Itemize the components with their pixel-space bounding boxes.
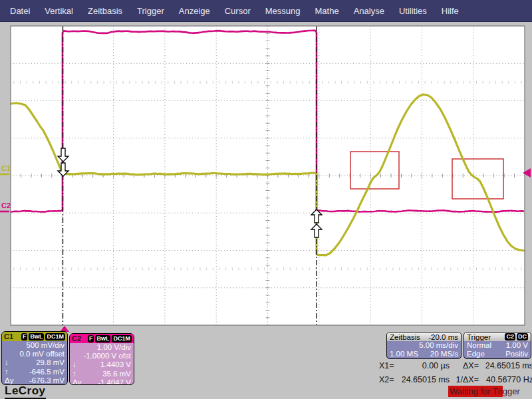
menu-item-anzeige[interactable]: Anzeige xyxy=(172,6,217,16)
menu-item-messung[interactable]: Messung xyxy=(258,6,308,16)
badge-bwl: BwL xyxy=(95,335,110,342)
invdx-label: 1/ΔX= xyxy=(450,375,483,384)
timebase-box[interactable]: Zeitbasis -20.0 ms 5.00 ms/div 1.00 MS 2… xyxy=(386,332,462,359)
c2-row-1-symbol xyxy=(72,352,83,360)
lecroy-logo: LeCroy xyxy=(5,384,46,399)
c1-info-box[interactable]: C1 FBwLDC1M 500 mV/div0.0 mV offset↓29.8… xyxy=(1,331,68,385)
timebase-sample-row: 1.00 MS 20 MS/s xyxy=(387,350,461,358)
c1-row-1: 0.0 mV offset xyxy=(2,350,67,358)
trigger-status-rest: gger xyxy=(503,386,520,396)
badge-c2: C2 xyxy=(505,333,515,340)
trigger-header: Trigger C2DC xyxy=(464,332,531,341)
menu-item-zeitbasis[interactable]: Zeitbasis xyxy=(80,6,130,16)
trigger-status: Waiting for Trigger xyxy=(448,386,520,396)
c1-row-3: ↑-646.5 mV xyxy=(2,368,67,376)
c2-row-4-symbol: Δy xyxy=(72,378,84,385)
c1-box-rows: 500 mV/div0.0 mV offset↓29.8 mV↑-646.5 m… xyxy=(2,341,67,385)
dx-value: 24.65015 ms xyxy=(483,361,532,370)
c1-row-2: ↓29.8 mV xyxy=(2,358,67,367)
x2-label: X2= xyxy=(379,375,400,384)
x1-value: 0.00 µs xyxy=(400,361,450,370)
timebase-header: Zeitbasis -20.0 ms xyxy=(387,332,461,341)
timebase-scale-row: 5.00 ms/div xyxy=(387,341,461,350)
c1-row-0: 500 mV/div xyxy=(2,341,67,350)
c2-row-0-value: 1.00 V/div xyxy=(84,343,131,352)
trigger-title: Trigger xyxy=(467,333,491,341)
trigger-row-0-label: Normal xyxy=(467,341,491,350)
trigger-box[interactable]: Trigger C2DC Normal1.00 VEdgePositiv xyxy=(464,332,531,359)
timebase-scale: 5.00 ms/div xyxy=(419,341,458,350)
badge-dc1m: DC1M xyxy=(45,333,65,340)
c1-zero-label: C1 xyxy=(1,164,11,172)
c1-row-2-value: 29.8 mV xyxy=(17,358,65,367)
trigger-row-1: EdgePositiv xyxy=(464,350,531,358)
c2-row-0: 1.00 V/div xyxy=(70,343,134,352)
menu-item-datei[interactable]: Datei xyxy=(3,6,37,16)
c2-row-3-symbol: ↑ xyxy=(72,370,84,378)
badge-bwl: BwL xyxy=(29,333,44,340)
c2-row-4: Δy-1.4047 V xyxy=(70,378,134,385)
c2-row-2-value: 1.4403 V xyxy=(84,360,131,369)
menu-item-cursor[interactable]: Cursor xyxy=(217,6,258,16)
trigger-rows: Normal1.00 VEdgePositiv xyxy=(464,341,531,358)
dx-label: ΔX= xyxy=(450,361,483,370)
x1-label: X1= xyxy=(379,361,400,370)
timebase-samplerate: 20 MS/s xyxy=(430,350,458,358)
badge-f: F xyxy=(21,333,28,340)
c1-box-header: C1 FBwLDC1M xyxy=(2,332,67,341)
c2-row-0-symbol xyxy=(72,343,84,352)
trigger-row-1-label: Edge xyxy=(467,350,485,358)
invdx-value: 40.56770 Hz xyxy=(483,375,532,384)
c2-row-1-value: -1.0000 V ofst xyxy=(83,352,131,360)
trigger-row-1-value: Positiv xyxy=(505,350,528,358)
trigger-row-0-value: 1.00 V xyxy=(506,341,528,350)
badge-dc: DC xyxy=(517,333,528,340)
c1-row-0-symbol xyxy=(5,341,17,350)
c2-zero-label: C2 xyxy=(1,201,11,209)
c2-row-3: ↑35.6 mV xyxy=(70,370,134,378)
menu-item-vertikal[interactable]: Vertikal xyxy=(37,6,80,16)
menu-item-mathe[interactable]: Mathe xyxy=(307,6,346,16)
c2-box-header: C2 FBwLDC1M xyxy=(70,334,134,343)
c2-box-badges: FBwLDC1M xyxy=(88,335,132,342)
menu-item-utilities[interactable]: Utilities xyxy=(392,6,434,16)
c1-row-0-value: 500 mV/div xyxy=(17,341,65,350)
cursor-readout: X1= 0.00 µs ΔX= 24.65015 ms X2= 24.65015… xyxy=(379,361,532,384)
timebase-title: Zeitbasis xyxy=(390,333,420,341)
c1-box-title: C1 xyxy=(4,332,13,340)
trigger-row-0: Normal1.00 V xyxy=(464,341,531,350)
c1-row-3-symbol: ↑ xyxy=(5,368,17,376)
c2-row-3-value: 35.6 mV xyxy=(84,370,131,378)
trigger-status-highlight: Waiting for Tri xyxy=(448,386,503,397)
badge-dc1m: DC1M xyxy=(112,335,132,342)
c2-row-2: ↓1.4403 V xyxy=(70,360,134,369)
trigger-badges: C2DC xyxy=(505,333,528,340)
c1-row-3-value: -646.5 mV xyxy=(17,368,65,376)
badge-f: F xyxy=(88,335,94,342)
c2-row-4-value: -1.4047 V xyxy=(84,378,131,385)
menu-bar: DateiVertikalZeitbasisTriggerAnzeigeCurs… xyxy=(0,0,532,22)
c1-row-1-value: 0.0 mV offset xyxy=(17,350,65,358)
c1-row-1-symbol xyxy=(5,350,17,358)
x2-value: 24.65015 ms xyxy=(400,375,450,384)
c2-info-box[interactable]: C2 FBwLDC1M 1.00 V/div-1.0000 V ofst↓1.4… xyxy=(69,333,134,385)
c2-box-rows: 1.00 V/div-1.0000 V ofst↓1.4403 V↑35.6 m… xyxy=(70,343,134,385)
menu-item-hilfe[interactable]: Hilfe xyxy=(434,6,466,16)
oscilloscope-screen: DateiVertikalZeitbasisTriggerAnzeigeCurs… xyxy=(0,0,532,399)
c2-row-1: -1.0000 V ofst xyxy=(70,352,134,360)
timebase-memory: 1.00 MS xyxy=(390,350,418,358)
c2-box-title: C2 xyxy=(72,334,81,342)
c1-box-badges: FBwLDC1M xyxy=(21,333,65,340)
menu-item-analyse[interactable]: Analyse xyxy=(346,6,392,16)
c2-row-2-symbol: ↓ xyxy=(72,360,84,369)
c1-row-2-symbol: ↓ xyxy=(5,358,17,367)
timebase-delay: -20.0 ms xyxy=(428,333,458,341)
menu-item-trigger[interactable]: Trigger xyxy=(130,6,172,16)
